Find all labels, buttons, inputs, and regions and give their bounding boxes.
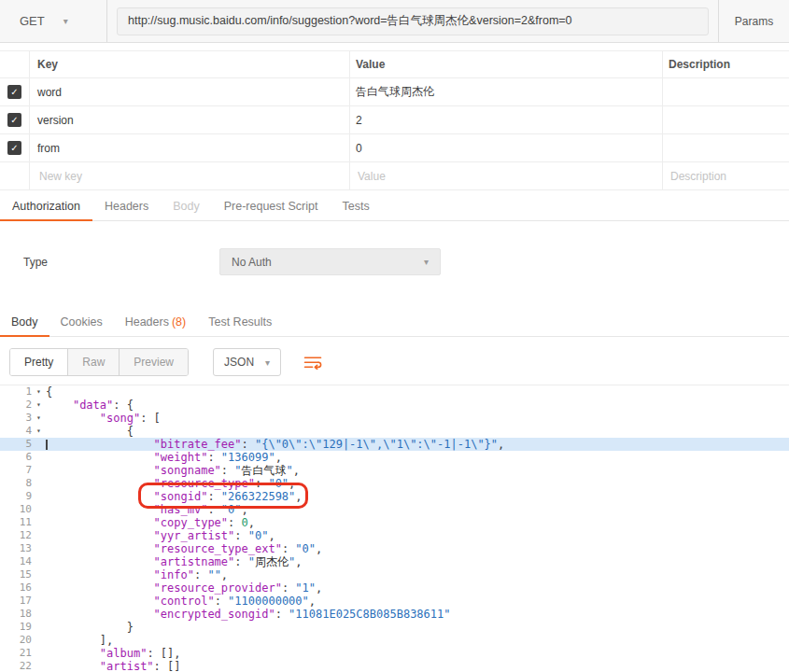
param-key[interactable]: from [30,134,350,161]
code-line-content: "resource_type_ext": "0", [46,542,789,555]
code-line[interactable]: 18 "encrypted_songid": "11081E025C8B085B… [0,608,789,621]
param-key[interactable]: version [30,106,350,133]
fold-spacer [32,595,46,608]
column-header-key: Key [30,51,350,77]
line-number: 5 [0,438,32,451]
param-value[interactable]: 0 [350,134,663,161]
params-table: Key Value Description ✓ word 告白气球周杰伦 ✓ v… [0,50,789,190]
new-key-input[interactable] [37,169,333,184]
fold-spacer [32,647,46,660]
code-line-content: "encrypted_songid": "11081E025C8B085B838… [46,608,789,621]
fold-arrow-icon[interactable]: ▾ [32,412,46,425]
line-number: 12 [0,529,32,542]
code-line[interactable]: 10 "has_mv": "0", [0,503,789,516]
fold-arrow-icon[interactable]: ▾ [32,385,46,399]
tab-body[interactable]: Body [161,191,212,221]
code-line[interactable]: 5 "bitrate_fee": "{\"0\":\"129|-1\",\"1\… [0,438,789,451]
code-line[interactable]: 13 "resource_type_ext": "0", [0,542,789,555]
tab-cookies[interactable]: Cookies [49,307,114,337]
checkbox-cell: ✓ [0,78,30,105]
tab-response-body[interactable]: Body [0,307,49,337]
check-icon: ✓ [10,143,18,153]
code-line[interactable]: 22 "artist": [] [0,660,789,672]
fold-spacer [32,634,46,647]
code-line[interactable]: 8 "resource_type": "0", [0,477,789,490]
tab-headers[interactable]: Headers [92,191,161,221]
param-description[interactable] [663,106,789,133]
tab-label: Cookies [61,315,103,329]
authorization-panel: Type No Auth ▾ [0,221,789,303]
code-line[interactable]: 17 "control": "1100000000", [0,595,789,608]
fold-arrow-icon[interactable]: ▾ [32,399,46,412]
param-key[interactable]: word [30,78,350,105]
code-line-content: ], [46,634,789,647]
code-line-content: "song": [ [46,412,789,425]
method-dropdown[interactable]: GET ▾ [0,0,107,42]
code-line[interactable]: 12 "yyr_artist": "0", [0,529,789,542]
code-line[interactable]: 4▾ { [0,425,789,438]
format-select[interactable]: JSON ▾ [213,348,281,376]
line-number: 17 [0,595,32,608]
checkbox-cell: ✓ [0,134,30,161]
code-line-content: "artist": [] [46,660,789,672]
code-line-content: "has_mv": "0", [46,503,789,516]
code-line[interactable]: 9 "songid": "266322598", [0,490,789,503]
mode-raw-button[interactable]: Raw [68,349,120,375]
column-header-value: Value [350,51,663,77]
code-line[interactable]: 15 "info": "", [0,568,789,581]
code-line[interactable]: 6 "weight": "136099", [0,451,789,464]
postman-window: GET ▾ Params Key Value Description ✓ wor… [0,0,789,672]
method-label: GET [20,14,45,28]
mode-pretty-button[interactable]: Pretty [10,349,68,375]
tab-authorization[interactable]: Authorization [0,191,92,221]
code-line[interactable]: 14 "artistname": "周杰伦", [0,555,789,568]
auth-type-label: Type [0,256,219,269]
row-checkbox[interactable]: ✓ [7,85,21,99]
code-line[interactable]: 11 "copy_type": 0, [0,516,789,529]
headers-count-badge: (8) [172,315,186,329]
check-icon: ✓ [10,87,18,97]
tab-label: Test Results [208,315,272,329]
new-description-input[interactable] [669,169,783,184]
new-value-input[interactable] [356,169,647,184]
param-row-from: ✓ from 0 [0,134,789,162]
param-value[interactable]: 告白气球周杰伦 [350,78,663,105]
fold-arrow-icon[interactable]: ▾ [32,425,46,438]
code-line[interactable]: 20 ], [0,634,789,647]
row-checkbox[interactable]: ✓ [7,141,21,155]
param-description[interactable] [663,134,789,161]
code-line[interactable]: 7 "songname": "告白气球", [0,464,789,477]
wrap-text-button[interactable] [303,356,322,370]
code-line-content: "bitrate_fee": "{\"0\":\"129|-1\",\"1\":… [46,438,789,451]
code-line-content: "songid": "266322598", [46,490,789,503]
mode-preview-button[interactable]: Preview [120,349,188,375]
tab-tests[interactable]: Tests [330,191,381,221]
code-line[interactable]: 19 } [0,621,789,634]
code-line-content: "data": { [46,399,789,412]
code-line-content: } [46,621,789,634]
code-line[interactable]: 2▾ "data": { [0,399,789,412]
line-number: 22 [0,660,32,672]
tab-response-headers[interactable]: Headers(8) [114,307,198,337]
param-value[interactable]: 2 [350,106,663,133]
code-line[interactable]: 21 "album": [], [0,647,789,660]
code-editor[interactable]: 1▾{2▾ "data": {3▾ "song": [4▾ {5 "bitrat… [0,385,789,672]
line-number: 8 [0,477,32,490]
url-input[interactable] [117,7,709,35]
tab-test-results[interactable]: Test Results [197,307,283,337]
code-line[interactable]: 16 "resource_provider": "1", [0,581,789,595]
tab-pre-request-script[interactable]: Pre-request Script [212,191,331,221]
fold-spacer [32,621,46,634]
row-checkbox[interactable]: ✓ [7,113,21,127]
code-line[interactable]: 1▾{ [0,385,789,399]
code-line-content: { [46,385,789,399]
auth-type-select[interactable]: No Auth ▾ [219,248,441,275]
code-line[interactable]: 3▾ "song": [ [0,412,789,425]
param-description[interactable] [663,78,789,105]
params-button[interactable]: Params [718,0,789,42]
line-number: 6 [0,451,32,464]
chevron-down-icon: ▾ [63,16,68,26]
line-number: 9 [0,490,32,503]
line-number: 3 [0,412,32,425]
line-number: 19 [0,621,32,634]
